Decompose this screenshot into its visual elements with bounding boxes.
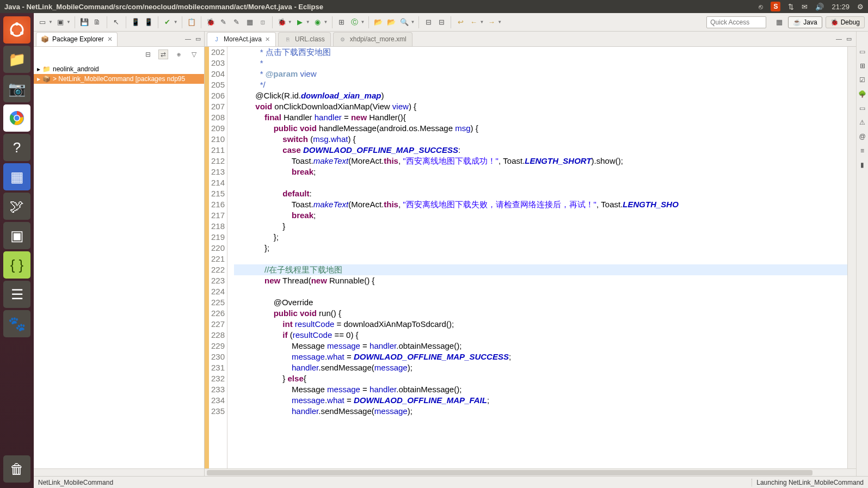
launcher-thunderbird-icon[interactable]: 🕊 xyxy=(3,193,30,220)
code-line[interactable]: public void run() { xyxy=(234,308,847,319)
pkg-hscroll[interactable] xyxy=(34,468,204,476)
view-menu-icon[interactable]: ▽ xyxy=(189,50,199,59)
tb-new-icon[interactable]: ▭ xyxy=(37,17,48,28)
tb-col-icon[interactable]: ⎅ xyxy=(257,17,268,28)
tb-fwd-icon[interactable]: → xyxy=(486,17,497,28)
code-line[interactable]: Toast.makeText(MoreAct.this, "西安离线地图下载失败… xyxy=(234,199,847,210)
launcher-trash-icon[interactable]: 🗑 xyxy=(3,455,30,483)
tb-new-proj-icon[interactable]: ▣ xyxy=(55,17,66,28)
launcher-camera-icon[interactable]: 📷 xyxy=(3,75,30,102)
open-perspective-icon[interactable]: ▦ xyxy=(774,17,785,28)
code-line[interactable]: Message message = handler.obtainMessage(… xyxy=(234,384,847,395)
code-line[interactable]: @Click(R.id.download_xian_map) xyxy=(234,90,847,101)
problems-view-icon[interactable]: ⚠ xyxy=(859,119,865,126)
code-line[interactable]: switch (msg.what) { xyxy=(234,134,847,145)
quick-access-input[interactable] xyxy=(706,16,766,28)
code-line[interactable]: break; xyxy=(234,166,847,177)
launcher-terminal-icon[interactable]: ▣ xyxy=(3,222,30,249)
launcher-files-icon[interactable]: 📁 xyxy=(3,46,30,73)
launcher-gimp-icon[interactable]: 🐾 xyxy=(3,310,30,337)
tb-runext-icon[interactable]: ◉ xyxy=(312,17,323,28)
link-editor-icon[interactable]: ⇄ xyxy=(158,50,168,59)
javadoc-view-icon[interactable]: @ xyxy=(859,133,865,140)
tb-check-icon[interactable]: ✔ xyxy=(162,17,173,28)
code-line[interactable]: public void handleMessage(android.os.Mes… xyxy=(234,123,847,134)
tb-wand2-icon[interactable]: ✎ xyxy=(231,17,242,28)
pkg-tree[interactable]: ▸ 📁 neolink_android ▸ 📦 > NetLink_Mobile… xyxy=(34,62,204,468)
launcher-help-icon[interactable]: ? xyxy=(3,134,30,161)
code-line[interactable]: if (resultCode == 0) { xyxy=(234,330,847,341)
tb-save-icon[interactable]: 💾 xyxy=(79,17,90,28)
restore-icon[interactable]: ▭ xyxy=(859,48,865,55)
code-line[interactable]: */ xyxy=(234,79,847,90)
tb-newclass-icon[interactable]: Ⓒ xyxy=(349,17,360,28)
network-icon[interactable]: ⇅ xyxy=(788,3,794,11)
code-line[interactable]: handler.sendMessage(message); xyxy=(234,362,847,373)
pkg-explorer-tab[interactable]: 📦 Package Explorer ✕ xyxy=(36,32,118,46)
perspective-java[interactable]: ☕Java xyxy=(788,16,822,28)
sogou-ime-icon[interactable]: S xyxy=(771,2,780,11)
tb-search-icon[interactable]: 🔍 xyxy=(399,17,410,28)
tb-debug-icon[interactable]: 🐞 xyxy=(276,17,287,28)
task-view-icon[interactable]: ☑ xyxy=(859,76,865,84)
launcher-dash-icon[interactable] xyxy=(3,16,30,44)
perspective-debug[interactable]: 🐞Debug xyxy=(826,16,865,28)
outline-view-icon[interactable]: ⊞ xyxy=(860,62,865,70)
code-line[interactable]: } xyxy=(234,221,847,232)
tb-cursor-icon[interactable]: ↖ xyxy=(111,17,122,28)
tb-table-icon[interactable]: ▦ xyxy=(244,17,255,28)
code-content[interactable]: * 点击下载西安地图 * * @param view */ @Click(R.i… xyxy=(234,47,847,468)
editor-tab[interactable]: ⚙xhdpi/act_more.xml xyxy=(333,32,413,46)
tb-lint-icon[interactable]: 📋 xyxy=(186,17,197,28)
thunderbolt-icon[interactable]: ⎋ xyxy=(759,3,763,11)
code-line[interactable]: Message message = handler.obtainMessage(… xyxy=(234,341,847,351)
code-line[interactable]: Toast.makeText(MoreAct.this, "西安离线地图下载成功… xyxy=(234,156,847,166)
code-line[interactable] xyxy=(234,177,847,188)
code-line[interactable]: handler.sendMessage(message); xyxy=(234,406,847,417)
code-line[interactable]: break; xyxy=(234,210,847,221)
launcher-chrome-icon[interactable] xyxy=(3,104,30,132)
code-line[interactable]: * @param view xyxy=(234,69,847,79)
close-icon[interactable]: ✕ xyxy=(107,35,113,43)
tb-run-icon[interactable]: ▶ xyxy=(294,17,305,28)
project-node[interactable]: ▸ 📁 neolink_android xyxy=(34,64,204,74)
code-line[interactable] xyxy=(234,286,847,297)
tb-wand-icon[interactable]: ✎ xyxy=(218,17,229,28)
tb-folder2-icon[interactable]: 📂 xyxy=(386,17,397,28)
code-line[interactable]: case DOWNLAOD_OFFLINE_MAP_SUCCESS: xyxy=(234,145,847,156)
code-line[interactable]: * 点击下载西安地图 xyxy=(234,47,847,58)
code-line[interactable] xyxy=(234,254,847,264)
declaration-view-icon[interactable]: ≡ xyxy=(860,147,864,155)
code-line[interactable]: message.what = DOWNLAOD_OFFLINE_MAP_SUCC… xyxy=(234,351,847,362)
editor-tab[interactable]: JMoreAct.java✕ xyxy=(207,32,276,46)
mail-icon[interactable]: ✉ xyxy=(802,3,808,11)
clock[interactable]: 21:29 xyxy=(832,3,849,11)
launcher-stack-icon[interactable]: ☰ xyxy=(3,281,30,308)
code-line[interactable]: }; xyxy=(234,243,847,254)
maximize-icon[interactable]: ▭ xyxy=(846,35,852,42)
code-line[interactable]: * xyxy=(234,58,847,69)
tb-phone-icon[interactable]: 📱 xyxy=(130,17,141,28)
tb-back-icon[interactable]: ← xyxy=(468,17,479,28)
editor-tab[interactable]: ⎘URL.class xyxy=(278,32,331,46)
tb-navback-icon[interactable]: ↩ xyxy=(455,17,466,28)
tb-phone2-icon[interactable]: 📱 xyxy=(143,17,154,28)
overview-ruler-right[interactable] xyxy=(847,47,856,468)
code-line[interactable]: int resultCode = downloadXiAnMapToSdcard… xyxy=(234,319,847,330)
collapse-all-icon[interactable]: ⊟ xyxy=(143,50,153,59)
gear-icon[interactable]: ⚙ xyxy=(857,3,864,11)
code-line[interactable]: //在子线程里下载地图 xyxy=(234,264,847,275)
tb-folder-icon[interactable]: 📂 xyxy=(373,17,384,28)
code-line[interactable]: default: xyxy=(234,188,847,199)
editor-hscroll[interactable] xyxy=(205,468,856,476)
code-editor[interactable]: 2022032042052062072082092102112122132142… xyxy=(205,47,856,468)
code-line[interactable]: message.what = DOWNLAOD_OFFLINE_MAP_FAIL… xyxy=(234,395,847,406)
tb-align-icon[interactable]: ⊟ xyxy=(423,17,434,28)
tb-align2-icon[interactable]: ⊟ xyxy=(436,17,447,28)
launcher-braces-icon[interactable]: { } xyxy=(3,251,30,279)
code-line[interactable]: }; xyxy=(234,232,847,243)
devices-view-icon[interactable]: ▮ xyxy=(860,161,864,169)
code-line[interactable]: @Override xyxy=(234,297,847,308)
project-node-selected[interactable]: ▸ 📦 > NetLink_MobileCommand [packages nd… xyxy=(34,74,204,84)
restore-icon[interactable]: ▭ xyxy=(859,104,865,112)
